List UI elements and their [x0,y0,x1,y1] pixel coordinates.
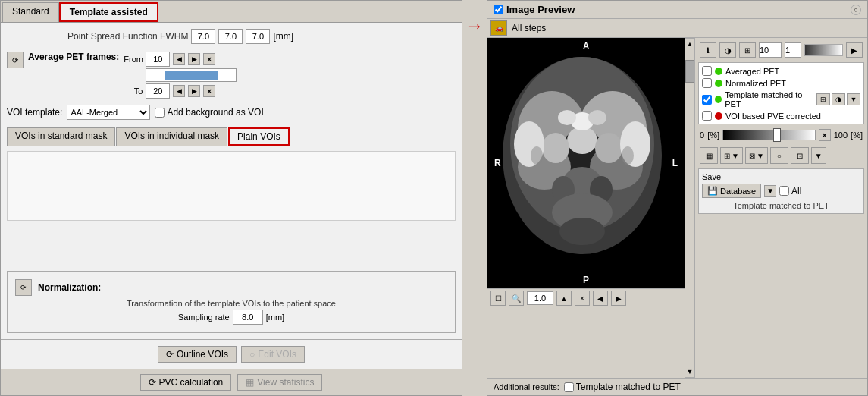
sampling-label: Sampling rate [178,313,230,322]
info-icon[interactable]: ℹ [700,42,716,58]
normalization-section: ⟳ Normalization: Transformation of the t… [7,271,456,333]
norm-row: ⟳ Normalization: [15,279,447,296]
label-a: A [583,41,590,52]
all-checkbox[interactable] [779,186,789,196]
sub-tab-plain-vois[interactable]: Plain VOIs [228,127,290,146]
additional-template-checkbox[interactable] [564,382,574,392]
to-label: To [124,86,143,96]
svg-point-8 [567,127,597,154]
from-next-btn[interactable]: ▶ [188,53,200,65]
sub-tab-individual-mask[interactable]: VOIs in individual mask [116,127,227,146]
norm-sampling: Sampling rate [mm] [15,310,447,325]
layer-normalized-checkbox[interactable] [702,78,712,88]
database-button[interactable]: 💾 Database [702,184,761,198]
opacity-reset-btn[interactable]: × [819,129,831,141]
layer-normalized-dot [715,80,722,87]
image-checkbox[interactable]: ☐ [490,291,506,306]
layer-template-dot [715,96,722,103]
svg-point-22 [622,146,634,165]
psf-input-2[interactable] [218,29,243,44]
brain-svg [491,38,673,273]
from-prev-btn[interactable]: ◀ [173,53,185,65]
tool-btn-2[interactable]: ⊞▼ [720,147,743,164]
contrast-icon[interactable]: ◑ [719,42,736,58]
layer-template-dropdown[interactable]: ▼ [847,93,860,105]
database-dropdown[interactable]: ▼ [764,185,776,197]
opacity-unit-left: [%] [707,130,719,140]
sub-tab-standard-mask[interactable]: VOIs in standard mask [7,127,115,146]
tool-btn-3[interactable]: ⊠▼ [745,147,768,164]
zoom-in-button[interactable]: 🔍 [509,291,524,306]
tab-template-assisted[interactable]: Template assisted [59,2,158,22]
zoom-reset-btn[interactable]: × [575,291,590,306]
sampling-input[interactable] [233,310,263,325]
from-clear-btn[interactable]: × [203,53,215,65]
image-preview-checkbox[interactable] [494,5,503,14]
image-preview-checkbox-label[interactable]: Image Preview [494,4,575,15]
tool-btn-1[interactable]: ▦ [700,147,718,164]
layer-voi-label: VOI based PVE corrected [725,112,821,121]
frames-label: Average PET frames: [28,52,119,62]
psf-input-3[interactable] [246,29,270,44]
tool-btn-4[interactable]: ○ [770,147,788,164]
all-steps-icon-inner: 🚗 [495,24,503,32]
psf-input-1[interactable] [191,29,215,44]
additional-results-bar: Additional results: Template matched to … [487,378,867,395]
layer-template-btn2[interactable]: ◑ [832,93,845,105]
layer-voi-checkbox[interactable] [702,111,712,121]
from-input[interactable] [146,52,170,67]
step-input[interactable] [785,42,801,58]
to-input[interactable] [146,83,170,99]
tool-btn-6[interactable]: ▼ [811,147,826,164]
opacity-slider[interactable] [722,130,816,140]
to-prev-btn[interactable]: ◀ [173,85,185,97]
all-steps-icon[interactable]: 🚗 [490,20,507,36]
scroll-left-btn[interactable]: ◀ [593,291,608,306]
norm-icon-button[interactable]: ⟳ [15,279,32,296]
layer-template-btn1[interactable]: ⊞ [816,93,830,105]
voi-template-select[interactable]: AAL-Merged [67,105,150,120]
add-background-checkbox[interactable] [155,108,165,118]
tool-btn-5[interactable]: ⊡ [791,147,809,164]
voi-template-row: VOI template: AAL-Merged Add background … [7,105,456,120]
view-statistics-button[interactable]: ▦ View statistics [237,374,322,391]
layer-template-checkbox[interactable] [702,95,712,105]
outline-vois-button[interactable]: ⟳ Outline VOIs [158,346,237,363]
scroll-down-arrow[interactable]: ▼ [685,366,695,377]
layer-averaged-checkbox[interactable] [702,66,712,76]
stats-label: View statistics [257,377,314,388]
scroll-thumb[interactable] [685,60,694,83]
slice-input[interactable] [759,42,782,58]
colormap-bar [804,44,843,56]
arrow-container: → [462,0,487,396]
left-content: Point Spread Function FWHM [mm] ⟳ Averag… [1,23,462,339]
scroll-right-btn[interactable]: ▶ [611,291,626,306]
pvc-calculation-button[interactable]: ⟳ PVC calculation [140,374,232,391]
vertical-scrollbar[interactable]: ▲ ▼ [685,38,695,378]
minimize-button[interactable]: ○ [851,5,861,15]
label-p: P [583,275,589,285]
range-inner [165,71,218,80]
svg-point-17 [558,110,576,125]
zoom-up-btn[interactable]: ▲ [556,291,572,306]
tabs-header: Standard Template assisted [1,1,462,23]
sub-tabs: VOIs in standard mask VOIs in individual… [7,127,456,146]
scroll-up-arrow[interactable]: ▲ [685,39,695,49]
layer-row-averaged: Averaged PET [702,66,860,76]
frames-icon-button[interactable]: ⟳ [7,52,24,68]
zoom-input[interactable] [527,291,553,305]
additional-template-checkbox-label[interactable]: Template matched to PET [564,382,681,392]
to-next-btn[interactable]: ▶ [188,85,200,97]
tab-standard[interactable]: Standard [2,2,59,22]
to-clear-btn[interactable]: × [203,85,215,97]
svg-point-20 [559,218,605,245]
add-background-checkbox-label[interactable]: Add background as VOI [155,107,263,118]
all-checkbox-label[interactable]: All [779,186,801,196]
edit-vois-button[interactable]: ○ Edit VOIs [241,346,305,363]
layer-voi-dot [715,112,722,120]
outline-vois-label: Outline VOIs [177,349,228,360]
psf-row: Point Spread Function FWHM [mm] [67,29,456,44]
grid-icon[interactable]: ⊞ [739,42,756,58]
pvc-icon: ⟳ [149,377,156,388]
scroll-right-ctrl[interactable]: ▶ [846,42,863,58]
